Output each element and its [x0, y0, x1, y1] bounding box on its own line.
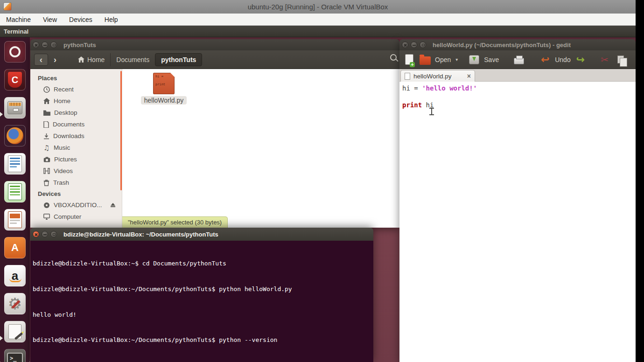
- undo-button[interactable]: Undo: [555, 56, 570, 63]
- document-icon: [405, 73, 410, 80]
- copy-icon[interactable]: [615, 54, 627, 66]
- terminal-line: bdizzle@bdizzle-VirtualBox:~/Documents/p…: [33, 285, 373, 293]
- sidebar-item-computer[interactable]: Computer: [30, 211, 122, 223]
- music-note-icon: ♫: [43, 144, 50, 152]
- sidebar-item-recent[interactable]: Recent: [30, 84, 122, 95]
- breadcrumb-current[interactable]: pythonTuts: [155, 53, 202, 66]
- back-button[interactable]: ‹: [34, 54, 48, 66]
- close-icon[interactable]: [33, 42, 39, 48]
- sidebar-item-desktop[interactable]: Desktop: [30, 107, 122, 118]
- minimize-icon[interactable]: [42, 231, 48, 237]
- home-icon: [43, 98, 50, 104]
- libreoffice-calc-icon[interactable]: [4, 181, 26, 202]
- files-icon[interactable]: [4, 97, 26, 118]
- sidebar-item-label: Pictures: [54, 156, 77, 163]
- download-icon: [43, 133, 49, 139]
- tab-close-icon[interactable]: ×: [467, 72, 471, 80]
- maximize-icon[interactable]: [50, 42, 57, 48]
- file-manager-toolbar: ‹ › Home Documents pythonTuts: [30, 50, 399, 69]
- gedit-title: helloWorld.py (~/Documents/pythonTuts) -…: [433, 42, 571, 49]
- gedit-icon[interactable]: [4, 321, 26, 342]
- sidebar-item-documents[interactable]: Documents: [30, 118, 122, 130]
- file-list-area[interactable]: hi = print helloWorld.py: [122, 69, 399, 228]
- cut-icon[interactable]: ✂: [599, 54, 611, 66]
- sidebar-item-label: Recent: [54, 86, 74, 93]
- trash-icon: [43, 180, 49, 186]
- search-icon[interactable]: [390, 54, 397, 61]
- selection-status-bar: "helloWorld.py" selected (30 bytes): [122, 216, 228, 228]
- terminal-titlebar[interactable]: bdizzle@bdizzle-VirtualBox: ~/Documents/…: [30, 228, 373, 241]
- tab-helloworld[interactable]: helloWorld.py ×: [400, 70, 475, 82]
- sidebar-item-videos[interactable]: Videos: [30, 165, 122, 177]
- gedit-toolbar: Open ▾ Save ↩ Undo ↪ ✂: [399, 50, 636, 69]
- forward-button[interactable]: ›: [48, 54, 62, 66]
- minimize-icon[interactable]: [411, 42, 417, 48]
- tab-label: helloWorld.py: [413, 73, 452, 80]
- virtualbox-menubar: Machine View Devices Help: [0, 14, 636, 26]
- save-button[interactable]: Save: [484, 56, 499, 63]
- minimize-icon[interactable]: [42, 42, 48, 48]
- sidebar-item-label: Trash: [53, 179, 69, 186]
- menu-devices[interactable]: Devices: [63, 14, 98, 25]
- breadcrumb-home-label: Home: [87, 56, 105, 63]
- libreoffice-impress-icon[interactable]: [4, 209, 26, 230]
- close-icon[interactable]: [402, 42, 408, 48]
- breadcrumb-home[interactable]: Home: [72, 53, 110, 66]
- menu-machine[interactable]: Machine: [0, 14, 37, 25]
- places-header: Places: [30, 73, 122, 84]
- running-indicator-gedit: [0, 336, 3, 341]
- libreoffice-writer-icon[interactable]: [4, 153, 26, 174]
- virtualbox-window-title: ubuntu-20g [Running] - Oracle VM Virtual…: [248, 3, 388, 11]
- panel-app-name[interactable]: Terminal: [0, 28, 28, 35]
- file-icon-preview-line: print: [155, 83, 172, 87]
- sidebar-item-music[interactable]: ♫ Music: [30, 142, 122, 153]
- sidebar-scrollbar[interactable]: [120, 71, 122, 190]
- software-center-icon[interactable]: A: [4, 237, 26, 258]
- terminal-window: bdizzle@bdizzle-VirtualBox: ~/Documents/…: [30, 228, 373, 362]
- redo-icon[interactable]: ↪: [574, 54, 587, 66]
- ubuntu-dash-icon[interactable]: [4, 41, 26, 63]
- sidebar-item-home[interactable]: Home: [30, 95, 122, 107]
- comodo-shield-icon[interactable]: C: [4, 69, 26, 90]
- ubuntu-top-panel: Terminal: [0, 26, 636, 37]
- terminal-line: hello world!: [33, 311, 373, 319]
- sidebar-item-downloads[interactable]: Downloads: [30, 130, 122, 142]
- sidebar-item-label: Downloads: [53, 132, 84, 139]
- eject-icon[interactable]: [111, 203, 115, 208]
- clock-icon: [43, 86, 50, 93]
- new-document-icon[interactable]: [403, 54, 415, 66]
- sidebar-item-vboxadditions[interactable]: VBOXADDITIO...: [30, 199, 122, 211]
- maximize-icon[interactable]: [50, 231, 57, 237]
- print-icon[interactable]: [513, 54, 525, 66]
- virtualbox-app-icon: [3, 2, 12, 11]
- chevron-down-icon[interactable]: ▾: [455, 57, 458, 62]
- close-icon[interactable]: [33, 231, 39, 237]
- open-button[interactable]: Open: [435, 56, 451, 63]
- unity-launcher: C A a ⚙ >_: [0, 37, 30, 362]
- python-file-icon: hi = print: [153, 73, 175, 94]
- optical-disc-icon: [43, 202, 50, 209]
- save-icon[interactable]: [468, 54, 480, 66]
- breadcrumb-documents[interactable]: Documents: [110, 53, 155, 66]
- file-item-helloworld[interactable]: hi = print helloWorld.py: [138, 73, 189, 104]
- breadcrumb-current-label: pythonTuts: [161, 56, 196, 63]
- amazon-icon[interactable]: a: [4, 265, 26, 286]
- sidebar-item-trash[interactable]: Trash: [30, 177, 122, 188]
- devices-header: Devices: [30, 188, 122, 199]
- undo-icon[interactable]: ↩: [539, 54, 551, 66]
- system-settings-icon[interactable]: ⚙: [4, 293, 26, 314]
- sidebar-item-pictures[interactable]: Pictures: [30, 153, 122, 165]
- terminal-output[interactable]: bdizzle@bdizzle-VirtualBox:~$ cd Documen…: [30, 241, 373, 362]
- maximize-icon[interactable]: [420, 42, 426, 48]
- gedit-titlebar[interactable]: helloWorld.py (~/Documents/pythonTuts) -…: [399, 39, 636, 50]
- gedit-text-area[interactable]: hi = 'hello world!' print hi: [399, 82, 636, 362]
- menu-help[interactable]: Help: [98, 14, 124, 25]
- breadcrumb-documents-label: Documents: [116, 56, 149, 63]
- camera-icon: [43, 157, 50, 162]
- menu-view[interactable]: View: [37, 14, 63, 25]
- firefox-icon[interactable]: [4, 125, 26, 146]
- terminal-icon[interactable]: >_: [4, 349, 26, 362]
- open-folder-icon[interactable]: [419, 54, 431, 66]
- code-line-1: hi = 'hello world!': [402, 84, 477, 92]
- file-manager-titlebar[interactable]: pythonTuts: [30, 39, 399, 50]
